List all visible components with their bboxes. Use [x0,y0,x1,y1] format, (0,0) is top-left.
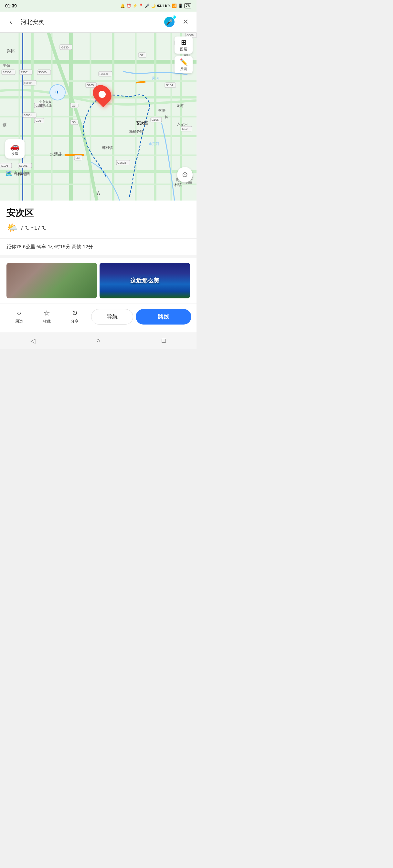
svg-text:✈: ✈ [55,89,59,95]
bluetooth-icon: ⚡ [133,4,137,8]
weather-icon: 🌤️ [6,222,18,233]
share-label: 分享 [71,319,79,324]
send-button[interactable]: 🚗 发送 [5,139,25,159]
svg-text:G3: G3 [72,104,76,107]
alarm-icon: ⏰ [127,4,131,8]
svg-text:G230: G230 [61,46,68,49]
wifi-icon: 📶 [172,4,177,8]
distance-divider [0,255,196,258]
svg-text:永清县: 永清县 [50,152,62,156]
image-card-2[interactable]: 这近那么美 [100,263,190,299]
mic-sparkle-icon: ✦ [173,16,176,19]
signal-bars-icon: 📱 [178,4,183,8]
layers-label: 图层 [180,47,187,52]
weather-row: 🌤️ 7℃ ~17℃ [6,222,190,233]
svg-text:S3300: S3300 [3,71,11,74]
collect-label: 收藏 [43,319,51,324]
svg-text:S3501: S3501 [20,71,29,74]
status-bar: 01:39 🔔 ⏰ ⚡ 📍 🎤 🌙 93.1 K/s 📶 📱 78 [0,0,196,11]
mic-status-icon: 🎤 [145,4,150,8]
map-logo: 🗺️ 高德地图 [5,170,30,177]
share-button[interactable]: ↻ 分享 [61,308,89,326]
layers-button[interactable]: ⊞ 图层 [174,36,193,54]
signal-text: 93.1 K/s [157,4,171,8]
svg-text:S3501: S3501 [24,82,33,85]
route-label: 路线 [158,313,169,321]
svg-text:村镇: 村镇 [174,183,181,187]
svg-text:S3901: S3901 [24,114,32,117]
notification-icon: 🔔 [120,4,125,8]
logo-icon: 🗺️ [5,170,12,177]
feedback-button[interactable]: ✏️ 反馈 [174,56,193,73]
status-time: 01:39 [5,3,17,8]
back-button[interactable]: ‹ [5,16,17,28]
collect-button[interactable]: ☆ 收藏 [33,308,61,326]
svg-text:国际机场: 国际机场 [39,104,52,107]
svg-text:北京大兴: 北京大兴 [39,100,52,104]
search-query[interactable]: 河北安次 [21,18,159,26]
feedback-label: 反馈 [180,66,187,71]
nearby-button[interactable]: ○ 周边 [5,308,33,326]
svg-text:G3: G3 [76,156,80,159]
svg-text:凤河: 凤河 [152,76,159,80]
svg-text:G105: G105 [87,84,94,87]
svg-text:镇: 镇 [2,123,6,127]
send-label: 发送 [11,151,19,156]
svg-text:G10: G10 [182,127,188,130]
svg-text:G2502: G2502 [117,161,126,164]
feedback-icon: ✏️ [180,58,188,66]
locate-button[interactable]: ⊙ [177,167,193,182]
navigate-button[interactable]: 导航 [91,309,134,324]
layers-icon: ⊞ [181,38,187,46]
collapse-arrow-icon: ∧ [96,189,101,196]
navigate-label: 导航 [107,313,118,320]
voice-search-button[interactable]: 🎤 ✦ [163,16,176,28]
route-button[interactable]: 路线 [136,309,191,324]
nav-back-icon: ◁ [30,337,35,345]
moon-icon: 🌙 [151,4,156,8]
nearby-icon: ○ [17,309,21,317]
search-bar: ‹ 河北安次 🎤 ✦ ✕ [0,11,196,33]
bottom-navigation: ◁ ○ □ [0,332,196,349]
map-area[interactable]: G230 S15 G2 G95 G95 G3 G3 G3 G105 G105 G… [0,33,196,200]
svg-text:韩村镇: 韩村镇 [102,146,113,150]
locate-icon: ⊙ [182,170,188,179]
svg-text:栋: 栋 [165,115,168,119]
image-overlay-text: 这近那么美 [130,277,159,284]
location-icon: 📍 [139,4,143,8]
status-icons: 🔔 ⏰ ⚡ 📍 🎤 🌙 93.1 K/s 📶 📱 78 [120,3,191,8]
nav-recent-button[interactable]: □ [156,336,172,346]
location-pin [94,84,111,104]
nav-home-icon: ○ [96,337,100,344]
map-overlay-buttons: ⊞ 图层 ✏️ 反馈 [174,36,193,73]
svg-text:落垡: 落垡 [158,108,166,113]
image-card-1[interactable] [6,263,97,299]
svg-text:G3: G3 [72,121,76,124]
nav-back-button[interactable]: ◁ [25,336,40,346]
clear-search-button[interactable]: ✕ [180,16,191,28]
nav-home-button[interactable]: ○ [90,336,106,346]
logo-text: 高德地图 [13,171,30,177]
svg-line-21 [136,82,145,83]
svg-text:永定河: 永定河 [177,122,188,126]
svg-text:安次区: 安次区 [135,121,148,126]
share-icon: ↻ [72,309,78,317]
svg-text:S3901: S3901 [19,164,27,167]
collapse-button[interactable]: ∧ [89,189,108,197]
image-grid: 这近那么美 [6,258,190,304]
svg-text:S3300: S3300 [38,71,47,74]
svg-text:G106: G106 [1,164,8,167]
collect-icon: ☆ [44,309,50,317]
svg-text:G95: G95 [35,119,41,122]
svg-text:龙河: 龙河 [176,104,184,107]
send-icon: 🚗 [10,142,20,151]
info-panel: 安次区 🌤️ 7℃ ~17℃ 距你78.6公里 驾车:1小时15分 高铁:12分… [0,200,196,304]
svg-text:S3300: S3300 [100,72,108,75]
pin-inner [99,91,106,98]
battery-icon: 78 [184,3,191,8]
distance-row: 距你78.6公里 驾车:1小时15分 高铁:12分 [6,239,190,255]
weather-text: 7℃ ~17℃ [20,224,47,231]
svg-text:兴区: 兴区 [6,49,16,54]
nav-recent-icon: □ [162,337,166,344]
svg-text:永定河: 永定河 [149,142,159,146]
